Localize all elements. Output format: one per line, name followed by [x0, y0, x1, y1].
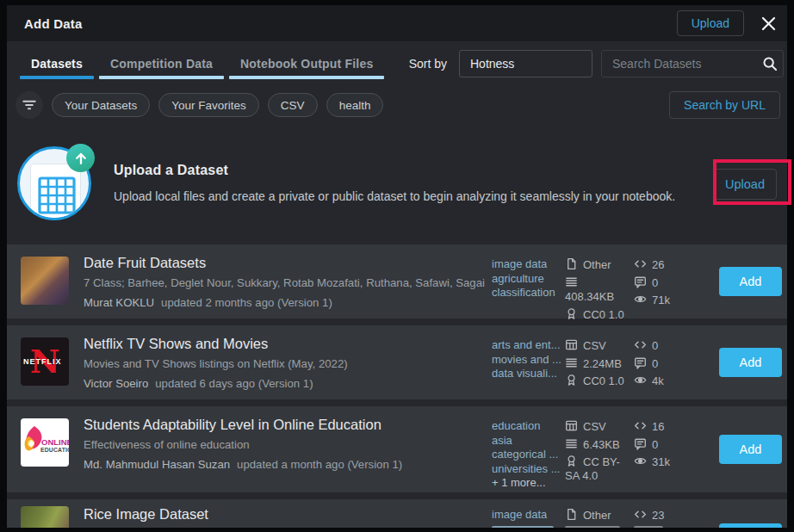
table-icon [565, 339, 583, 352]
upload-banner-title: Upload a Dataset [114, 163, 692, 178]
tab-competition-data[interactable]: Competition Data [96, 41, 226, 86]
code-icon [634, 339, 652, 352]
dataset-author[interactable]: Md. Mahmudul Hasan Suzan [84, 458, 230, 471]
dataset-meta-file: Other [565, 499, 632, 528]
tag-link[interactable]: arts and ent... [492, 338, 564, 353]
size-icon [565, 356, 583, 369]
dataset-tags: education asia categorical ... universit… [492, 406, 564, 492]
dataset-title[interactable]: Rice Image Dataset [84, 506, 478, 523]
chip-your-datasets[interactable]: Your Datasets [52, 93, 150, 117]
size-icon [565, 437, 583, 450]
tag-link[interactable]: universities ... [492, 462, 564, 477]
dataset-subtitle: Movies and TV Shows listings on Netflix … [84, 357, 478, 370]
dataset-title[interactable]: Students Adaptability Level in Online Ed… [84, 417, 478, 433]
more-tags-link[interactable]: + 1 more... [492, 476, 564, 491]
add-dataset-button[interactable]: Add [719, 348, 782, 377]
tag-link[interactable]: education [492, 419, 564, 434]
dataset-subtitle: 7 Class; Barhee, Deglet Nour, Sukkary, R… [84, 276, 478, 289]
dataset-tags: image data agriculture classification [492, 244, 564, 319]
add-dataset-button[interactable]: Add [719, 267, 782, 296]
sort-by-label: Sort by [409, 57, 447, 71]
dataset-meta-stats: 0 0 4k [634, 325, 696, 399]
dataset-row: N NETFLIX Netflix TV Shows and Movies Mo… [7, 325, 787, 399]
comment-icon [634, 356, 652, 369]
tabs-row: Datasets Competition Data Notebook Outpu… [7, 41, 787, 86]
dataset-meta-stats: 23 [634, 499, 696, 528]
header-upload-button[interactable]: Upload [677, 10, 744, 36]
banner-upload-button[interactable]: Upload [713, 169, 777, 200]
dataset-title[interactable]: Date Fruit Datasets [84, 255, 478, 271]
upload-banner-description: Upload local files and create a private … [114, 188, 692, 207]
search-by-url-button[interactable]: Search by URL [669, 91, 780, 119]
dataset-meta-file: CSV 2.24MB CC0 1.0 [565, 325, 632, 399]
sort-select[interactable]: Hotness [459, 50, 592, 77]
dataset-row: Rice Image Dataset image data Other 23 A… [7, 499, 787, 528]
eye-icon [634, 294, 652, 306]
dataset-author[interactable]: Victor Soeiro [84, 377, 148, 390]
dataset-tags: arts and ent... movies and ... data visu… [492, 325, 564, 399]
license-icon [565, 455, 583, 468]
filter-icon[interactable] [16, 91, 43, 119]
code-icon [634, 258, 652, 271]
tab-notebook-output-files[interactable]: Notebook Output Files [226, 41, 387, 86]
tag-link[interactable]: agriculture [492, 272, 564, 287]
chip-your-favorites[interactable]: Your Favorites [158, 93, 259, 117]
tag-link[interactable]: data visuali... [492, 367, 564, 381]
search-box [601, 50, 784, 77]
dataset-meta-stats: 26 0 71k [634, 244, 696, 319]
code-icon [634, 420, 652, 433]
add-dataset-button[interactable]: Add [719, 435, 782, 464]
dataset-tags: image data [492, 499, 564, 528]
modal-header: Add Data Upload [7, 5, 787, 41]
comment-icon [634, 437, 652, 450]
clipped-tag-placeholder [492, 526, 554, 529]
clipped-meta-placeholder [565, 526, 620, 528]
chip-csv[interactable]: CSV [268, 93, 318, 117]
upload-banner: Upload a Dataset Upload local files and … [7, 124, 787, 244]
dataset-byline: Victor Soeiroupdated 6 days ago (Version… [84, 377, 478, 390]
license-icon [565, 307, 583, 320]
search-icon[interactable] [762, 56, 778, 71]
upload-arrow-icon [66, 144, 95, 172]
eye-icon [634, 374, 652, 387]
dataset-thumbnail [21, 257, 69, 305]
eye-icon [634, 455, 652, 468]
filter-bar: Your Datasets Your Favorites CSV health … [7, 86, 787, 124]
modal-title: Add Data [24, 16, 82, 31]
dataset-thumbnail: ONLINE EDUCATION [21, 418, 69, 467]
dataset-meta-file: CSV 6.43KB CC BY-SA 4.0 [565, 406, 632, 492]
dataset-grid-icon [37, 172, 77, 215]
dataset-byline: Md. Mahmudul Hasan Suzanupdated a month … [84, 458, 478, 471]
tag-link[interactable]: movies and ... [492, 353, 564, 368]
dataset-subtitle: Effectiveness of online education [84, 438, 478, 451]
tag-link[interactable]: image data [492, 257, 564, 272]
tab-datasets[interactable]: Datasets [17, 41, 96, 86]
dataset-meta-file: Other 408.34KB CC0 1.0 [565, 244, 632, 319]
dataset-row: ONLINE EDUCATION Students Adaptability L… [7, 406, 787, 492]
dataset-thumbnail: N NETFLIX [21, 337, 69, 386]
dataset-meta-stats: 16 0 31k [634, 406, 696, 492]
dataset-row: Date Fruit Datasets 7 Class; Barhee, Deg… [7, 244, 787, 319]
dataset-author[interactable]: Murat KOKLU [84, 296, 154, 309]
tag-link[interactable]: asia [492, 434, 564, 448]
dataset-title[interactable]: Netflix TV Shows and Movies [84, 336, 478, 352]
tag-link[interactable]: classification [492, 286, 564, 300]
dataset-thumbnail [21, 506, 69, 528]
upload-dataset-icon [17, 146, 93, 222]
chip-health[interactable]: health [326, 93, 384, 117]
size-icon [565, 275, 583, 288]
add-data-modal: Add Data Upload Datasets Competition Dat… [7, 5, 787, 528]
tag-link[interactable]: categorical ... [492, 448, 564, 462]
tag-link[interactable]: image data [492, 508, 564, 523]
code-icon [634, 509, 652, 522]
file-icon [565, 509, 583, 522]
close-icon[interactable] [756, 11, 780, 35]
license-icon [565, 374, 583, 387]
search-input[interactable] [611, 56, 762, 71]
comment-icon [634, 275, 652, 288]
dataset-byline: Murat KOKLUupdated 2 months ago (Version… [84, 296, 478, 309]
file-icon [565, 258, 583, 271]
add-dataset-button[interactable]: Add [719, 523, 782, 528]
clipped-meta-placeholder [634, 526, 663, 528]
table-icon [565, 420, 583, 433]
